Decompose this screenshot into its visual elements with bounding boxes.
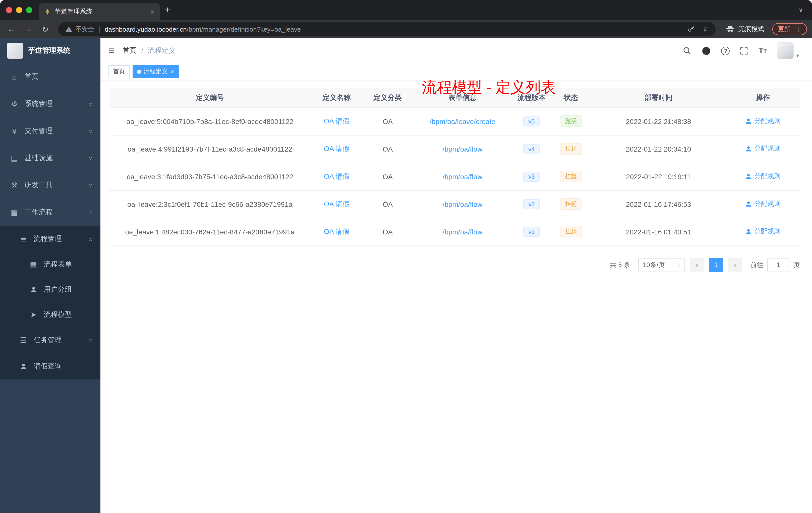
task-icon: ☰ xyxy=(19,336,28,345)
sidebar-item-system[interactable]: ⚙ 系统管理 ∨ xyxy=(0,90,100,117)
assign-rule-link[interactable]: 分配规则 xyxy=(746,117,781,126)
goto-page-input[interactable] xyxy=(767,258,789,272)
deploy-time: 2022-01-22 19:19:11 xyxy=(591,163,726,190)
table-row: oa_leave:3:1fad3d93-7b75-11ec-a3c8-acde4… xyxy=(110,163,800,190)
back-button[interactable]: ← xyxy=(5,25,17,34)
active-dot xyxy=(137,69,141,73)
browser-tab[interactable]: 芋道管理系统 × xyxy=(39,3,160,20)
favicon xyxy=(44,8,51,15)
page-size-select[interactable]: 10条/页 ∨ xyxy=(638,258,685,272)
person-icon xyxy=(746,146,752,152)
form-link[interactable]: /bpm/oa/leave/create xyxy=(430,117,495,125)
workflow-icon: ▦ xyxy=(10,208,19,217)
tag-close-icon[interactable]: × xyxy=(170,68,174,75)
help-icon[interactable]: ? xyxy=(721,47,730,55)
fullscreen-icon[interactable] xyxy=(740,47,749,55)
breadcrumb-home[interactable]: 首页 xyxy=(123,46,137,55)
sidebar-item-home[interactable]: ⌂ 首页 xyxy=(0,63,100,90)
form-link[interactable]: /bpm/oa/flow xyxy=(443,145,483,153)
table-row: oa_leave:4:991f2193-7b7f-11ec-a3c8-acde4… xyxy=(110,135,800,163)
sidebar-item-process-form[interactable]: ▤ 流程表单 xyxy=(0,252,100,277)
page-unit-label: 页 xyxy=(793,260,800,269)
assign-rule-link[interactable]: 分配规则 xyxy=(746,200,781,209)
new-tab-button[interactable]: + xyxy=(165,4,170,16)
definition-id: oa_leave:4:991f2193-7b7f-11ec-a3c8-acde4… xyxy=(110,135,310,163)
avatar-image[interactable] xyxy=(777,42,794,59)
update-chip[interactable]: 更新 ⋮ xyxy=(772,23,807,35)
sidebar-item-task-mgmt[interactable]: ☰ 任务管理 ∨ xyxy=(0,327,100,353)
definition-table: 定义编号 定义名称 定义分类 表单信息 流程版本 状态 部署时间 操作 oa_l xyxy=(110,88,800,246)
sidebar-item-infra[interactable]: ▤ 基础设施 ∨ xyxy=(0,145,100,172)
url-host: dashboard.yudao.iocoder.cn xyxy=(105,25,187,33)
page-number-button[interactable]: 1 xyxy=(709,258,723,272)
chevron-down-icon: ∨ xyxy=(89,101,92,107)
version-badge: v1 xyxy=(523,227,540,237)
version-badge: v5 xyxy=(523,116,540,126)
sidebar-item-label: 支付管理 xyxy=(25,126,53,135)
form-link[interactable]: /bpm/oa/flow xyxy=(443,228,483,236)
minimize-window-button[interactable] xyxy=(16,7,22,13)
sidebar-item-process-model[interactable]: ➤ 流程模型 xyxy=(0,302,100,327)
deploy-time: 2022-01-16 17:46:53 xyxy=(591,190,726,218)
browser-menu-icon[interactable]: ⋮ xyxy=(795,25,802,33)
deploy-time: 2022-01-16 01:40:51 xyxy=(591,218,726,245)
page-content: 定义编号 定义名称 定义分类 表单信息 流程版本 状态 部署时间 操作 oa_l xyxy=(100,80,812,513)
password-key-icon[interactable] xyxy=(688,25,696,33)
caret-down-icon[interactable]: ▾ xyxy=(796,53,799,58)
sidebar-item-payment[interactable]: ¥ 支付管理 ∨ xyxy=(0,117,100,145)
search-icon[interactable] xyxy=(683,46,692,55)
form-link[interactable]: /bpm/oa/flow xyxy=(443,173,483,180)
next-page-button[interactable]: › xyxy=(728,258,742,272)
breadcrumb-separator: / xyxy=(141,47,143,55)
tag-process-definition[interactable]: 流程定义 × xyxy=(133,65,178,78)
sidebar-item-devtools[interactable]: ⚒ 研发工具 ∨ xyxy=(0,172,100,199)
sidebar-item-user-group[interactable]: 用户分组 xyxy=(0,277,100,302)
definition-name-link[interactable]: OA 请假 xyxy=(324,117,350,125)
address-bar[interactable]: 不安全 dashboard.yudao.iocoder.cn/bpm/manag… xyxy=(58,22,716,36)
definition-id: oa_leave:5:004b710b-7b8a-11ec-8ef0-acde4… xyxy=(110,108,310,135)
security-label[interactable]: 不安全 xyxy=(75,25,94,33)
sidebar-item-label: 流程模型 xyxy=(44,310,72,319)
bookmark-star-icon[interactable]: ☆ xyxy=(703,25,708,33)
status-badge: 激活 xyxy=(560,116,582,127)
sidebar-item-leave-query[interactable]: 请假查询 xyxy=(0,353,100,380)
definition-name-link[interactable]: OA 请假 xyxy=(324,200,350,208)
sidebar-item-label: 基础设施 xyxy=(25,154,53,163)
assign-rule-link[interactable]: 分配规则 xyxy=(746,144,781,153)
reload-button[interactable]: ↻ xyxy=(39,24,51,34)
close-window-button[interactable] xyxy=(6,7,12,13)
assign-rule-link[interactable]: 分配规则 xyxy=(746,172,781,181)
zoom-window-button[interactable] xyxy=(26,7,32,13)
sidebar-item-label: 工作流程 xyxy=(25,208,53,217)
sidebar-item-process-mgmt[interactable]: ≣ 流程管理 ∧ xyxy=(0,226,100,252)
person-icon xyxy=(746,173,752,180)
sidebar-item-workflow[interactable]: ▦ 工作流程 ∧ xyxy=(0,199,100,226)
chevron-down-icon: ∨ xyxy=(89,128,92,134)
definition-id: oa_leave:1:482ec033-762a-11ec-8477-a2380… xyxy=(110,218,310,245)
chevron-down-icon: ∨ xyxy=(89,338,92,343)
prev-page-button[interactable]: ‹ xyxy=(690,258,704,272)
total-count: 共 5 条 xyxy=(610,260,630,269)
sidebar-collapse-icon[interactable]: ≡ xyxy=(109,45,115,57)
definition-name-link[interactable]: OA 请假 xyxy=(324,227,350,235)
definition-id: oa_leave:3:1fad3d93-7b75-11ec-a3c8-acde4… xyxy=(110,163,310,190)
forward-button[interactable]: → xyxy=(22,25,34,34)
definition-id: oa_leave:2:3c1f0ef1-76b1-11ec-9c66-a2380… xyxy=(110,190,310,218)
list-icon: ≣ xyxy=(19,234,28,243)
tab-search-icon[interactable]: ∨ xyxy=(799,6,803,13)
tag-home[interactable]: 首页 xyxy=(109,65,129,78)
update-label[interactable]: 更新 xyxy=(778,25,790,33)
chevron-up-icon: ∧ xyxy=(89,210,92,215)
definition-name-link[interactable]: OA 请假 xyxy=(324,172,350,180)
user-avatar[interactable]: ▾ xyxy=(777,42,799,59)
status-badge: 挂起 xyxy=(560,171,582,182)
form-icon: ▤ xyxy=(29,260,38,269)
assign-rule-link[interactable]: 分配规则 xyxy=(746,227,781,236)
sidebar-menu: ⌂ 首页 ⚙ 系统管理 ∨ ¥ 支付管理 ∨ ▤ 基础设施 ∨ xyxy=(0,63,100,380)
tab-close-icon[interactable]: × xyxy=(150,7,155,16)
form-link[interactable]: /bpm/oa/flow xyxy=(443,200,483,208)
definition-name-link[interactable]: OA 请假 xyxy=(324,144,350,152)
font-size-icon[interactable]: TT xyxy=(758,46,767,55)
definition-category: OA xyxy=(363,190,412,218)
github-icon[interactable] xyxy=(702,46,711,56)
